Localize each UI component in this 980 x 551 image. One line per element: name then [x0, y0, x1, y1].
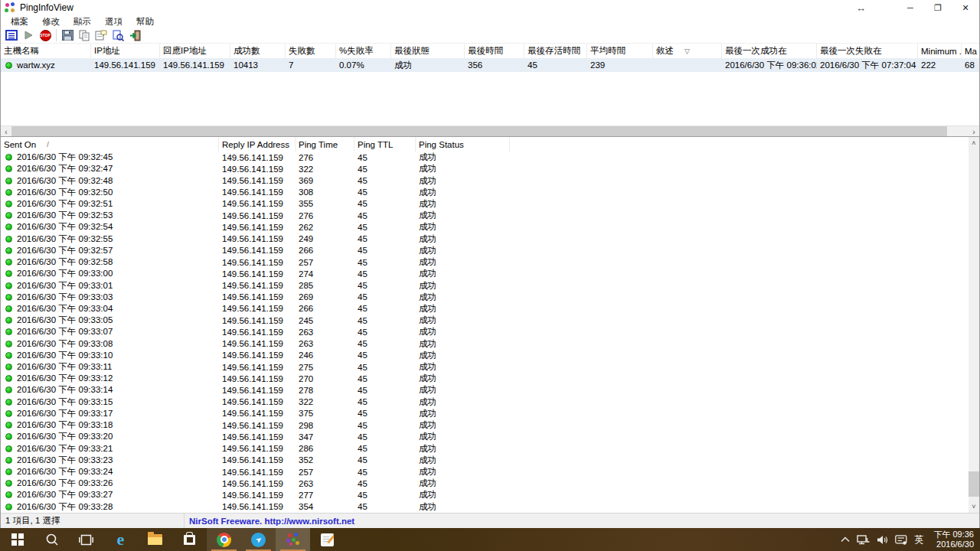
minimize-button[interactable]: ─	[897, 0, 924, 15]
col-ping-ttl[interactable]: Ping TTL	[354, 137, 416, 152]
col-maximum[interactable]: Ma	[962, 44, 979, 58]
ime-language-indicator[interactable]: 英	[914, 533, 923, 546]
properties-icon	[95, 30, 107, 41]
table-row[interactable]: 2016/6/30 下午 09:33:17149.56.141.15937545…	[1, 408, 970, 419]
table-row[interactable]: 2016/6/30 下午 09:33:00149.56.141.15927445…	[1, 268, 970, 279]
col-last-status[interactable]: 最後狀態	[391, 44, 465, 58]
col-avg-time[interactable]: 平均時間	[587, 44, 653, 58]
col-last-time[interactable]: 最後時間	[465, 44, 524, 58]
sent-on-cell: 2016/6/30 下午 09:33:23	[1, 455, 219, 466]
table-row[interactable]: 2016/6/30 下午 09:33:27149.56.141.15927745…	[1, 489, 970, 500]
col-failed-count[interactable]: 失敗數	[286, 44, 336, 58]
editor-button[interactable]	[310, 528, 345, 551]
restore-button[interactable]: ❐	[924, 0, 952, 15]
table-row[interactable]: 2016/6/30 下午 09:32:45149.56.141.15927645…	[1, 152, 970, 163]
table-row[interactable]: 2016/6/30 下午 09:33:03149.56.141.15926945…	[1, 292, 970, 303]
properties-button[interactable]	[93, 28, 109, 43]
table-row[interactable]: 2016/6/30 下午 09:33:28149.56.141.15935445…	[1, 501, 970, 513]
stop-ping-button[interactable]: STOP	[37, 28, 54, 43]
telegram-button[interactable]: ➤	[241, 528, 276, 551]
table-row[interactable]: 2016/6/30 下午 09:33:01149.56.141.15928545…	[1, 279, 970, 291]
network-icon[interactable]	[857, 534, 870, 545]
table-row[interactable]: 2016/6/30 下午 09:33:11149.56.141.15927545…	[1, 361, 970, 373]
col-ping-time[interactable]: Ping Time	[296, 137, 354, 152]
status-ok-icon	[5, 305, 12, 312]
col-last-failed-on[interactable]: 最後一次失敗在	[817, 44, 918, 58]
task-view-button[interactable]	[69, 528, 103, 551]
table-row[interactable]: 2016/6/30 下午 09:32:51149.56.141.15935545…	[1, 198, 970, 210]
col-host-name[interactable]: 主機名稱	[1, 44, 91, 58]
horizontal-scroll-thumb[interactable]	[11, 126, 947, 137]
reply-ip-cell: 149.56.141.159	[219, 328, 296, 337]
taskbar-clock[interactable]: 下午 09:36 2016/6/30	[933, 530, 974, 549]
save-button[interactable]	[59, 28, 76, 43]
scroll-down-arrow-icon[interactable]: ˅	[969, 501, 979, 512]
table-row[interactable]: 2016/6/30 下午 09:33:15149.56.141.15932245…	[1, 396, 970, 408]
col-last-ttl[interactable]: 最後存活時間	[524, 44, 587, 58]
scroll-left-arrow-icon[interactable]: ‹	[1, 126, 11, 137]
table-row[interactable]: 2016/6/30 下午 09:32:57149.56.141.15926645…	[1, 245, 970, 256]
start-button[interactable]	[0, 528, 34, 551]
table-row[interactable]: 2016/6/30 下午 09:33:04149.56.141.15926645…	[1, 303, 970, 315]
properties-list-button[interactable]	[3, 28, 20, 43]
vertical-scroll-thumb[interactable]	[969, 471, 979, 497]
chrome-button[interactable]	[207, 528, 241, 551]
col-last-success-on[interactable]: 最後一次成功在	[722, 44, 817, 58]
ime-icon[interactable]	[895, 535, 907, 545]
horizontal-scrollbar[interactable]: ‹ ›	[1, 126, 979, 136]
col-fail-pct[interactable]: %失敗率	[336, 44, 391, 58]
volume-icon[interactable]	[877, 535, 888, 545]
col-sent-on[interactable]: Sent On /	[1, 137, 219, 152]
col-minimum[interactable]: Minimum ...	[918, 44, 962, 58]
close-button[interactable]: ✕	[952, 0, 979, 15]
find-button[interactable]	[109, 28, 126, 43]
col-description[interactable]: 敘述 ▽	[653, 44, 722, 58]
table-row[interactable]: 2016/6/30 下午 09:32:55149.56.141.15924945…	[1, 233, 970, 245]
menu-edit[interactable]: 修改	[35, 16, 67, 28]
scroll-up-arrow-icon[interactable]: ˄	[969, 138, 979, 148]
menu-options[interactable]: 選項	[98, 16, 129, 28]
col-ping-status[interactable]: Ping Status	[416, 137, 510, 152]
col-reply-ip[interactable]: 回應IP地址	[160, 44, 230, 58]
table-row[interactable]: 2016/6/30 下午 09:33:12149.56.141.15927045…	[1, 373, 970, 384]
table-row[interactable]: 2016/6/30 下午 09:33:23149.56.141.15935245…	[1, 455, 970, 466]
table-row[interactable]: 2016/6/30 下午 09:32:53149.56.141.15927645…	[1, 210, 970, 221]
table-row[interactable]: 2016/6/30 下午 09:33:26149.56.141.15926345…	[1, 478, 970, 489]
exit-button[interactable]	[126, 28, 143, 43]
table-row[interactable]: 2016/6/30 下午 09:33:18149.56.141.15929845…	[1, 419, 970, 431]
menu-help[interactable]: 幫助	[129, 16, 161, 28]
ping-ttl-cell: 45	[354, 223, 416, 232]
table-row[interactable]: 2016/6/30 下午 09:33:10149.56.141.15924645…	[1, 350, 970, 361]
col-reply-ip-address[interactable]: Reply IP Address	[219, 137, 296, 152]
sent-on-cell: 2016/6/30 下午 09:33:07	[1, 326, 219, 337]
table-row[interactable]: 2016/6/30 下午 09:33:14149.56.141.15927845…	[1, 384, 970, 396]
table-row[interactable]: 2016/6/30 下午 09:32:54149.56.141.15926245…	[1, 221, 970, 233]
col-success-count[interactable]: 成功數	[230, 44, 286, 58]
table-row[interactable]: 2016/6/30 下午 09:33:07149.56.141.15926345…	[1, 326, 970, 337]
table-row[interactable]: 2016/6/30 下午 09:32:50149.56.141.15930845…	[1, 187, 970, 198]
pinginfoview-taskbar-button[interactable]	[276, 528, 310, 551]
menu-view[interactable]: 顯示	[67, 16, 98, 28]
table-row[interactable]: 2016/6/30 下午 09:32:48149.56.141.15936945…	[1, 174, 970, 186]
scroll-right-arrow-icon[interactable]: ›	[969, 126, 979, 137]
nirsoft-freeware-link[interactable]: NirSoft Freeware. http://www.nirsoft.net	[185, 517, 354, 526]
edge-button[interactable]: e	[103, 528, 138, 551]
tray-chevron-icon[interactable]	[841, 536, 850, 543]
table-row[interactable]: 2016/6/30 下午 09:32:47149.56.141.15932245…	[1, 163, 970, 174]
vertical-scrollbar[interactable]: ˄ ˅	[969, 137, 979, 513]
table-row[interactable]: 2016/6/30 下午 09:33:21149.56.141.15928645…	[1, 442, 970, 454]
file-explorer-button[interactable]	[138, 528, 172, 551]
copy-button[interactable]	[76, 28, 93, 43]
store-button[interactable]	[172, 528, 207, 551]
status-ok-icon	[5, 270, 12, 277]
table-row[interactable]: 2016/6/30 下午 09:33:20149.56.141.15934745…	[1, 431, 970, 442]
start-ping-button[interactable]	[20, 28, 37, 43]
table-row[interactable]: 2016/6/30 下午 09:33:05149.56.141.15924545…	[1, 315, 970, 326]
table-row[interactable]: 2016/6/30 下午 09:33:24149.56.141.15925745…	[1, 466, 970, 478]
table-row[interactable]: 2016/6/30 下午 09:32:58149.56.141.15925745…	[1, 256, 970, 268]
col-ip[interactable]: IP地址	[91, 44, 160, 58]
table-row[interactable]: 2016/6/30 下午 09:33:08149.56.141.15926345…	[1, 338, 970, 350]
taskbar-search-button[interactable]	[34, 528, 69, 551]
host-row-selected[interactable]: wartw.xyz 149.56.141.159 149.56.141.159 …	[1, 58, 979, 72]
menu-file[interactable]: 檔案	[4, 16, 35, 28]
